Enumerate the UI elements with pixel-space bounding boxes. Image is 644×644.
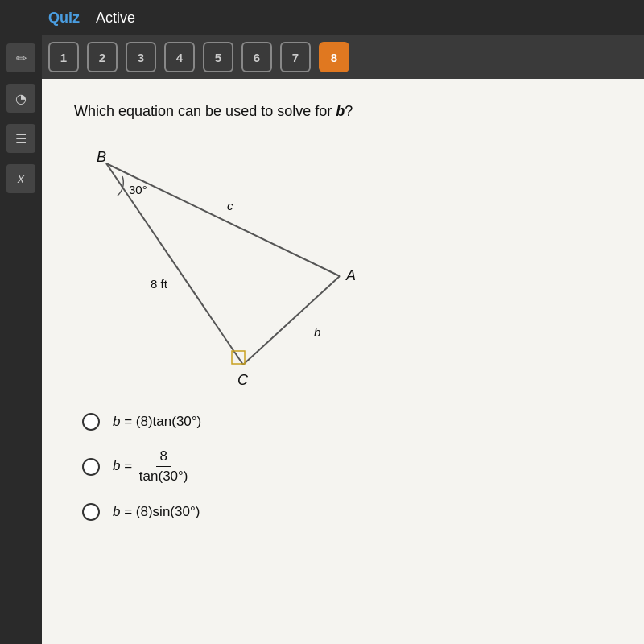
question-number-4[interactable]: 4 (164, 42, 195, 72)
answer-options: b = (8)tan(30°) b = 8 tan(30°) b = (8)si… (82, 413, 612, 521)
question-number-5[interactable]: 5 (203, 42, 233, 72)
left-sidebar: ✏ ◔ ☰ x (0, 35, 42, 644)
option-3-text: b = (8)sin(30°) (113, 504, 200, 520)
svg-line-2 (243, 276, 340, 365)
fraction-denominator: tan(30°) (136, 467, 192, 485)
svg-text:c: c (227, 199, 233, 213)
radio-option-2[interactable] (82, 458, 100, 476)
active-label: Active (96, 10, 135, 27)
svg-text:A: A (345, 267, 356, 283)
menu-icon[interactable]: ☰ (6, 124, 35, 153)
svg-text:8 ft: 8 ft (151, 277, 168, 291)
radio-option-3[interactable] (82, 503, 100, 521)
pencil-icon[interactable]: ✏ (6, 43, 35, 72)
question-number-8[interactable]: 8 (319, 42, 349, 72)
top-bar: Quiz Active (0, 0, 644, 35)
triangle-diagram: B A C 30° c 8 ft b (74, 139, 380, 389)
radio-option-1[interactable] (82, 413, 100, 431)
question-number-7[interactable]: 7 (280, 42, 311, 72)
audio-icon[interactable]: ◔ (6, 84, 35, 113)
question-number-2[interactable]: 2 (87, 42, 118, 72)
main-content: Which equation can be used to solve for … (42, 79, 644, 644)
question-number-1[interactable]: 1 (48, 42, 79, 72)
question-text: Which equation can be used to solve for … (74, 103, 612, 120)
option-row-3: b = (8)sin(30°) (82, 503, 612, 521)
quiz-label: Quiz (48, 10, 80, 27)
option-row-2: b = 8 tan(30°) (82, 448, 612, 485)
question-number-3[interactable]: 3 (126, 42, 156, 72)
svg-line-1 (106, 163, 243, 365)
question-numbers-bar: 12345678 (0, 35, 644, 79)
svg-text:30°: 30° (129, 183, 147, 196)
option-2-text: b = 8 tan(30°) (113, 448, 192, 485)
question-number-6[interactable]: 6 (242, 42, 272, 72)
option-row-1: b = (8)tan(30°) (82, 413, 612, 431)
fraction: 8 tan(30°) (136, 448, 192, 485)
option-1-text: b = (8)tan(30°) (113, 414, 201, 430)
variable-icon[interactable]: x (6, 164, 35, 193)
svg-text:C: C (237, 372, 249, 388)
diagram-container: B A C 30° c 8 ft b (74, 139, 612, 389)
fraction-numerator: 8 (156, 448, 170, 467)
svg-line-0 (106, 163, 340, 276)
svg-text:b: b (314, 325, 320, 339)
svg-text:B: B (97, 149, 106, 165)
